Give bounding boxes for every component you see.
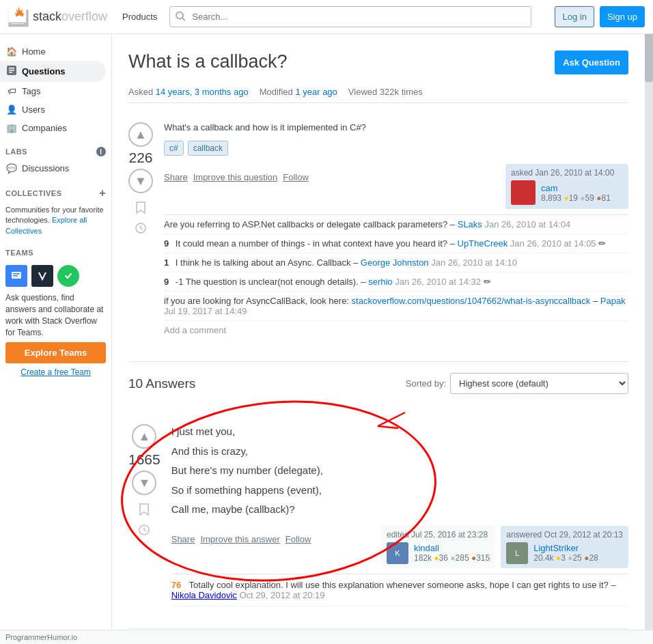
question-user-card-body: cam 8,893 ●19 ●59 ●81 [511,180,623,205]
question-vote-cell: ▲ 226 ▼ [128,122,153,339]
answer-share-link[interactable]: Share [171,534,195,544]
answer-vote-tools [135,501,153,539]
sidebar-label-home: Home [22,46,46,57]
gold-badge-icon: ● [564,193,568,203]
sidebar-item-companies[interactable]: 🏢 Companies [0,119,106,137]
question-title: What is a callback? [128,51,544,72]
questions-icon [5,65,18,78]
question-user-avatar [511,180,536,205]
comment-3-score: 1 [164,257,169,268]
answer-editor-card: edited Jul 25, 2016 at 23:28 K kindall 1… [381,526,495,568]
question-username[interactable]: cam [541,183,611,193]
answer-actions: Share Improve this answer Follow [171,534,311,544]
users-icon: 👤 [5,104,18,115]
comment-5-text: if you are looking for AsyncCallBack, lo… [164,296,626,316]
comment-2-author[interactable]: UpTheCreek [458,238,508,249]
answer-edited-meta: edited Jul 25, 2016 at 23:28 [387,530,490,540]
logo-icon [8,7,29,27]
answer-vote-cell: ▲ 1665 ▼ [128,424,161,606]
add-comment-button[interactable]: Add a comment [164,321,628,339]
tag-c-sharp[interactable]: c# [164,141,184,156]
comment-4-author[interactable]: serhio [368,277,392,287]
answers-count: 10 Answers [128,376,195,391]
bookmark-icon[interactable] [132,199,150,216]
question-tags: c# callback [164,141,628,156]
question-upvote-button[interactable]: ▲ [128,122,153,147]
logo-text: stackoverflow [33,10,107,24]
comment-5-date: Jul 19, 2017 at 14:49 [164,306,247,316]
nav-products[interactable]: Products [118,9,161,25]
answer-body: I just met you, And this is crazy, But h… [171,424,628,606]
watermark: ProgrammerHumor.io [0,630,653,644]
answer-downvote-button[interactable]: ▼ [132,471,156,495]
answers-header: 10 Answers Sorted by: Highest score (def… [128,361,628,394]
labs-info-icon[interactable]: i [96,147,106,156]
login-button[interactable]: Log in [555,6,594,27]
question-improve-link[interactable]: Improve this question [193,172,278,182]
answer-bookmark-icon[interactable] [135,501,153,518]
comment-4: 9 -1 The question is unclear(not enough … [164,272,628,292]
sidebar-item-home[interactable]: 🏠 Home [0,42,106,61]
sidebar-label-tags: Tags [22,86,40,96]
bottom-comment-author[interactable]: Nikola Davidovic [171,590,237,600]
explore-teams-button[interactable]: Explore Teams [5,342,106,363]
answer-user-cards: edited Jul 25, 2016 at 23:28 K kindall 1… [381,526,628,568]
sidebar-label-companies: Companies [22,123,67,133]
question-vote-count: 226 [128,150,152,166]
question-user-card: asked Jan 26, 2010 at 14:00 cam 8,893 ●1… [505,164,628,209]
editor-info: kindall 182k ●36 ●285 ●315 [414,543,490,563]
answer-line-5: Call me, maybe (callback)? [171,502,628,518]
comment-1-author[interactable]: SLaks [458,219,482,229]
vote-tools [132,199,150,237]
scrollbar[interactable] [645,0,653,644]
comment-5-link[interactable]: stackoverflow.com/questions/1047662/what… [352,296,591,306]
bottom-comment-date: Oct 29, 2012 at 20:19 [239,590,324,600]
answer-editor-body: K kindall 182k ●36 ●285 ●315 [387,542,490,564]
answer-upvote-button[interactable]: ▲ [132,424,156,449]
asked-value[interactable]: 14 years, 3 months ago [156,87,249,97]
ask-question-button[interactable]: Ask Question [555,51,628,74]
teams-label: TEAMS [5,249,33,257]
discussions-icon: 💬 [5,163,18,173]
answer-answerer-body: L LightStriker 20.4k ●3 ●25 ●28 [506,542,623,564]
sort-select[interactable]: Highest score (default)Trending (recent … [450,373,628,394]
asked-label: Asked 14 years, 3 months ago [128,87,249,97]
logo[interactable]: stackoverflow [8,7,107,27]
answer-history-icon[interactable] [135,521,153,539]
modified-value[interactable]: 1 year ago [295,87,337,97]
svg-rect-12 [13,275,18,277]
signup-button[interactable]: Sign up [600,6,645,27]
teams-section: TEAMS [0,239,111,260]
history-icon[interactable] [132,219,150,237]
bronze-badge-icon: ● [596,193,601,203]
question-follow-link[interactable]: Follow [283,172,309,182]
sidebar-item-users[interactable]: 👤 Users [0,100,106,119]
collectives-plus-icon[interactable]: + [99,187,106,199]
answer-comments: 76 Totally cool explanation. I will use … [171,574,628,606]
sidebar-item-discussions[interactable]: 💬 Discussions [0,159,106,178]
create-team-link[interactable]: Create a free Team [5,367,106,377]
sidebar-label-users: Users [22,104,45,115]
answer-1-layout: ▲ 1665 ▼ I just m [128,413,628,617]
svg-rect-3 [11,23,24,24]
question-downvote-button[interactable]: ▼ [128,169,153,193]
editor-username[interactable]: kindall [414,543,490,553]
editor-gold-badge: ● [434,553,439,563]
sidebar-item-tags[interactable]: 🏷 Tags [0,82,106,100]
question-share-link[interactable]: Share [164,172,188,182]
answerer-username[interactable]: LightStriker [533,543,598,553]
answer-answerer-card: answered Oct 29, 2012 at 20:13 L LightSt… [501,526,628,568]
sidebar: 🏠 Home Questions 🏷 Tags 👤 Users 🏢 Compan… [0,34,112,644]
question-actions: Share Improve this question Follow [164,172,309,182]
sidebar-item-questions[interactable]: Questions [0,61,106,82]
comment-3-author[interactable]: George Johnston [361,257,429,268]
answer-follow-link[interactable]: Follow [286,534,311,544]
search-input[interactable] [169,6,531,27]
tag-callback[interactable]: callback [188,141,228,156]
answer-improve-link[interactable]: Improve this answer [200,534,279,544]
comment-5-author[interactable]: Papak [600,296,626,306]
answer-line-2: And this is crazy, [171,444,628,460]
labs-section: LABS i [0,137,111,159]
bottom-comment-dash: – [611,580,615,590]
search-icon [176,11,185,23]
